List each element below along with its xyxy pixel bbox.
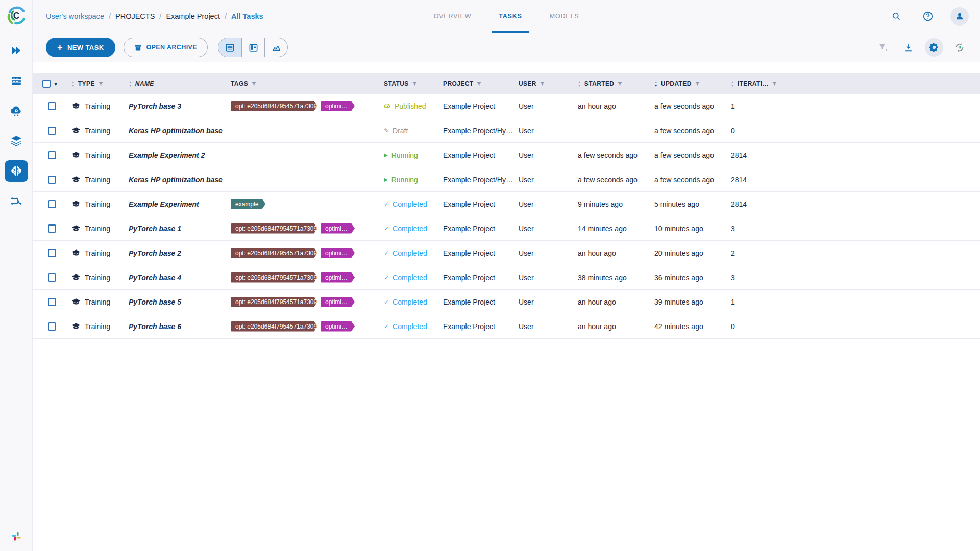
slack-icon[interactable] <box>11 531 22 544</box>
row-checkbox[interactable] <box>48 127 56 135</box>
task-name[interactable]: PyTorch base 3 <box>129 102 231 110</box>
task-name[interactable]: Keras HP optimization base <box>129 127 231 135</box>
clearml-logo-icon[interactable]: C <box>6 5 27 27</box>
sort-icon[interactable]: ▲▼ <box>654 81 658 87</box>
expand-icon[interactable] <box>5 40 28 61</box>
table-row[interactable]: TrainingKeras HP optimization base▶Runni… <box>33 167 980 192</box>
filter-icon[interactable] <box>540 81 545 87</box>
user-avatar-icon[interactable] <box>950 7 969 26</box>
task-name[interactable]: PyTorch base 4 <box>129 273 231 282</box>
table-row[interactable]: TrainingPyTorch base 4opt: e205d684f7954… <box>33 265 980 290</box>
breadcrumb-all-tasks[interactable]: All Tasks <box>231 12 263 20</box>
table-row[interactable]: TrainingPyTorch base 5opt: e205d684f7954… <box>33 290 980 314</box>
row-checkbox[interactable] <box>48 176 56 184</box>
row-checkbox[interactable] <box>48 273 56 282</box>
details-view-icon[interactable] <box>241 38 264 57</box>
tab-overview[interactable]: OVERVIEW <box>427 0 479 33</box>
column-header-user[interactable]: USER <box>519 80 578 87</box>
datasets-icon[interactable] <box>5 130 28 152</box>
task-project: Example Project <box>443 224 519 233</box>
task-updated: 39 minutes ago <box>654 298 731 306</box>
filter-icon[interactable] <box>695 81 700 87</box>
column-header-type[interactable]: ▲▼TYPE <box>71 80 129 87</box>
table-row[interactable]: TrainingPyTorch base 6opt: e205d684f7954… <box>33 314 980 339</box>
column-label: TAGS <box>231 80 248 87</box>
task-started: an hour ago <box>578 249 654 257</box>
training-type-icon <box>71 102 81 111</box>
sort-icon[interactable]: ▲▼ <box>578 81 581 87</box>
row-checkbox[interactable] <box>48 322 56 331</box>
table-row[interactable]: TrainingKeras HP optimization base✎Draft… <box>33 118 980 143</box>
row-checkbox[interactable] <box>48 102 56 110</box>
table-row[interactable]: TrainingPyTorch base 2opt: e205d684f7954… <box>33 241 980 265</box>
breadcrumb-example-project[interactable]: Example Project <box>166 12 220 20</box>
breadcrumb-workspace[interactable]: User's workspace <box>46 12 104 20</box>
breadcrumb-separator: / <box>159 12 161 20</box>
table-row[interactable]: TrainingPyTorch base 3opt: e205d684f7954… <box>33 94 980 118</box>
task-type: Training <box>85 322 110 331</box>
task-name[interactable]: PyTorch base 1 <box>129 224 231 233</box>
table-row[interactable]: TrainingExample Experimentexample✓Comple… <box>33 192 980 216</box>
table-view-icon[interactable] <box>218 38 241 57</box>
sort-icon[interactable]: ▲▼ <box>731 81 734 87</box>
tab-tasks[interactable]: TASKS <box>492 0 529 33</box>
breadcrumb-projects[interactable]: PROJECTS <box>115 12 155 20</box>
sort-icon[interactable]: ▲▼ <box>71 81 75 87</box>
sort-icon[interactable]: ▲▼ <box>129 81 132 87</box>
charts-view-icon[interactable] <box>264 38 287 57</box>
task-name[interactable]: PyTorch base 5 <box>129 298 231 306</box>
row-checkbox[interactable] <box>48 200 56 208</box>
select-all-checkbox[interactable] <box>42 80 51 88</box>
workers-queues-icon[interactable] <box>5 70 28 91</box>
help-icon[interactable] <box>919 7 937 26</box>
table-row[interactable]: TrainingPyTorch base 1opt: e205d684f7954… <box>33 216 980 241</box>
table-row[interactable]: TrainingExample Experiment 2▶RunningExam… <box>33 143 980 167</box>
task-user: User <box>519 298 578 306</box>
filter-icon[interactable] <box>412 81 418 87</box>
projects-brain-icon[interactable] <box>5 160 28 182</box>
row-checkbox[interactable] <box>48 151 56 159</box>
column-header-status[interactable]: STATUS <box>384 80 443 87</box>
task-name[interactable]: Example Experiment <box>129 200 231 208</box>
task-started: 14 minutes ago <box>578 224 654 233</box>
select-dropdown-caret-icon[interactable]: ▼ <box>53 81 58 87</box>
task-name[interactable]: Keras HP optimization base <box>129 176 231 184</box>
column-header-started[interactable]: ▲▼STARTED <box>578 80 654 87</box>
task-name[interactable]: PyTorch base 6 <box>129 322 231 331</box>
row-select-cell <box>33 298 71 306</box>
settings-gear-icon[interactable] <box>925 38 943 57</box>
row-checkbox[interactable] <box>48 249 56 257</box>
column-header-name[interactable]: ▲▼NAME <box>129 80 231 87</box>
search-icon[interactable] <box>887 7 905 26</box>
auto-refresh-icon[interactable] <box>950 38 969 57</box>
tab-models[interactable]: MODELS <box>543 0 586 33</box>
task-name[interactable]: Example Experiment 2 <box>129 151 231 159</box>
pipelines-icon[interactable] <box>5 190 28 212</box>
filter-icon[interactable] <box>772 81 777 87</box>
download-icon[interactable] <box>899 38 918 57</box>
filter-icon[interactable] <box>617 81 623 87</box>
task-iterations: 2 <box>731 249 796 257</box>
row-checkbox[interactable] <box>48 224 56 233</box>
filter-icon[interactable] <box>98 81 104 87</box>
task-updated: a few seconds ago <box>654 102 731 110</box>
filter-icon[interactable] <box>251 81 257 87</box>
task-updated: 36 minutes ago <box>654 273 731 282</box>
row-select-cell <box>33 200 71 208</box>
task-iterations: 3 <box>731 224 796 233</box>
tag-chip: opt: e205d684f7954571a7309… <box>231 248 317 258</box>
column-label: STARTED <box>584 80 615 87</box>
cloud-autoscaler-icon[interactable] <box>5 100 28 121</box>
column-header-tags[interactable]: TAGS <box>231 80 384 87</box>
row-checkbox[interactable] <box>48 298 56 306</box>
new-task-button[interactable]: + NEW TASK <box>46 38 115 57</box>
task-name[interactable]: PyTorch base 2 <box>129 249 231 257</box>
column-header-iterations[interactable]: ▲▼ITERATI… <box>731 80 796 87</box>
clear-filters-icon[interactable]: x <box>874 38 892 57</box>
column-header-updated[interactable]: ▲▼UPDATED <box>654 80 731 87</box>
task-started: 9 minutes ago <box>578 200 654 208</box>
open-archive-button[interactable]: OPEN ARCHIVE <box>124 38 208 57</box>
filter-icon[interactable] <box>476 81 482 87</box>
column-header-project[interactable]: PROJECT <box>443 80 519 87</box>
task-started: a few seconds ago <box>578 176 654 184</box>
